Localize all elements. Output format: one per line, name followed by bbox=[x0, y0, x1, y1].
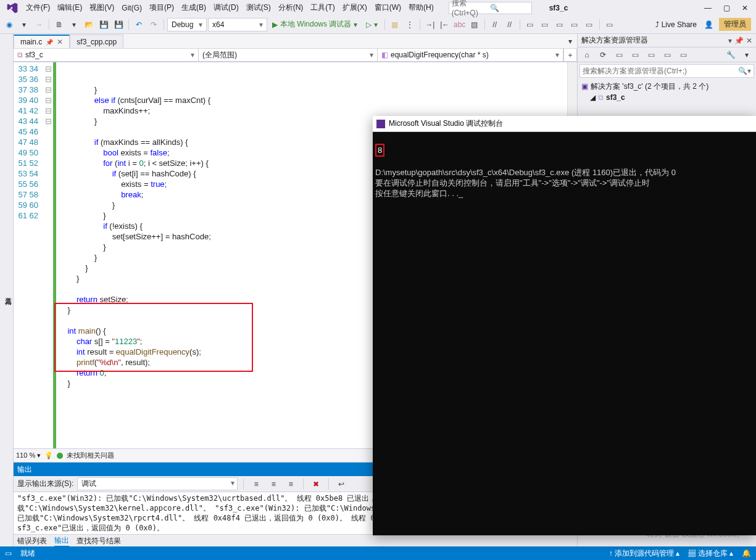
liveshare-button[interactable]: ⤴ Live Share bbox=[652, 20, 700, 29]
bookmark-icon[interactable]: ▤ bbox=[468, 18, 481, 31]
se-tree[interactable]: ▣解决方案 'sf3_c' (2 个项目，共 2 个) ◢⧉sf3_c bbox=[578, 80, 756, 104]
se-dropdown-icon[interactable]: ▾ bbox=[728, 36, 732, 45]
tab-dropdown-icon[interactable]: ▾ bbox=[563, 35, 577, 48]
menu-tools[interactable]: 工具(T) bbox=[307, 1, 338, 14]
menu-window[interactable]: 窗口(W) bbox=[371, 1, 405, 14]
tab-output[interactable]: 输出 bbox=[54, 535, 69, 547]
save-button[interactable]: 💾 bbox=[97, 18, 110, 31]
menu-git[interactable]: Git(G) bbox=[118, 2, 146, 14]
nav-scope-label: sf3_c bbox=[25, 51, 43, 59]
status-src-control[interactable]: ↑ 添加到源代码管理 ▴ bbox=[609, 548, 680, 559]
out-btn-2[interactable]: ≡ bbox=[267, 477, 280, 491]
menu-view[interactable]: 视图(V) bbox=[86, 1, 118, 14]
maximize-button[interactable]: ▢ bbox=[718, 2, 735, 14]
tab-main-c[interactable]: main.c 📌 ✕ bbox=[14, 35, 70, 48]
out-btn-1[interactable]: ≡ bbox=[249, 477, 263, 491]
menu-edit[interactable]: 编辑(E) bbox=[54, 1, 86, 14]
se-project-node[interactable]: ◢⧉sf3_c bbox=[581, 92, 752, 103]
menu-build[interactable]: 生成(B) bbox=[178, 1, 210, 14]
expand-icon[interactable]: ◢ bbox=[590, 92, 596, 103]
tab-errorlist[interactable]: 错误列表 bbox=[17, 536, 47, 546]
fold-margin[interactable]: ⊟ ⊟ ⊟ ⊟ ⊟ ⊟ bbox=[43, 62, 53, 448]
menu-debug[interactable]: 调试(D) bbox=[210, 1, 243, 14]
nav-member[interactable]: ◧equalDigitFrequency(char * s)▾ bbox=[378, 49, 563, 62]
close-button[interactable]: ✕ bbox=[736, 2, 754, 14]
tb-icon-2[interactable]: ⋮ bbox=[403, 18, 417, 31]
new-file-dd[interactable]: ▾ bbox=[67, 18, 81, 31]
nav-region[interactable]: (全局范围)▾ bbox=[199, 49, 378, 62]
tb-icon-1[interactable]: ▦ bbox=[388, 18, 402, 31]
nav-region-label: (全局范围) bbox=[202, 50, 237, 60]
uncomment-icon[interactable]: // bbox=[503, 18, 517, 31]
nav-fwd-button[interactable]: → bbox=[32, 18, 46, 31]
tab-label: sf3_cpp.cpp bbox=[77, 38, 117, 46]
run-noDebug-button[interactable]: ▷ ▾ bbox=[362, 20, 381, 29]
minimize-button[interactable]: — bbox=[699, 2, 717, 14]
menu-help[interactable]: 帮助(H) bbox=[405, 1, 438, 14]
menu-test[interactable]: 测试(S) bbox=[243, 1, 275, 14]
se-tool-7[interactable]: ▭ bbox=[676, 48, 690, 62]
tb-icon-c[interactable]: ▭ bbox=[553, 18, 567, 31]
abc-icon[interactable]: abc bbox=[453, 18, 467, 31]
se-sync-icon[interactable]: ⟳ bbox=[596, 48, 610, 62]
account-icon[interactable]: 👤 bbox=[702, 18, 715, 31]
menu-file[interactable]: 文件(F) bbox=[22, 1, 54, 14]
debug-console-window[interactable]: Microsoft Visual Studio 调试控制台 8 D:\myset… bbox=[373, 116, 756, 535]
redo-button[interactable]: ↷ bbox=[147, 18, 160, 31]
undo-button[interactable]: ↶ bbox=[132, 18, 146, 31]
out-wrap-icon[interactable]: ↩ bbox=[334, 477, 348, 491]
lightbulb-icon[interactable]: 💡 bbox=[44, 451, 53, 459]
open-button[interactable]: 📂 bbox=[82, 18, 96, 31]
menu-extensions[interactable]: 扩展(X) bbox=[339, 1, 371, 14]
indent-out-icon[interactable]: |← bbox=[438, 18, 452, 31]
indent-in-icon[interactable]: →| bbox=[423, 18, 437, 31]
menu-project[interactable]: 项目(P) bbox=[146, 1, 178, 14]
new-file-button[interactable]: 🗎 bbox=[52, 18, 66, 31]
tb-icon-a[interactable]: ▭ bbox=[523, 18, 537, 31]
search-input[interactable]: 搜索 (Ctrl+Q) 🔍 bbox=[449, 2, 532, 14]
output-source-combo[interactable]: 调试 bbox=[77, 477, 238, 490]
se-tool-3[interactable]: ▭ bbox=[612, 48, 626, 62]
tb-icon-b[interactable]: ▭ bbox=[538, 18, 552, 31]
bottom-tabs: 错误列表 输出 查找符号结果 bbox=[14, 534, 577, 548]
platform-combo[interactable]: x64▾ bbox=[208, 18, 267, 31]
nav-plus-button[interactable]: ＋ bbox=[563, 49, 577, 62]
toolbox-strip[interactable]: 工具箱 bbox=[0, 34, 14, 548]
se-home-icon[interactable]: ⌂ bbox=[580, 48, 594, 62]
se-wrench-icon[interactable]: 🔧 bbox=[724, 48, 737, 62]
run-button[interactable]: ▶ 本地 Windows 调试器 ▾ bbox=[268, 19, 361, 30]
nav-member-label: equalDigitFrequency(char * s) bbox=[391, 51, 489, 59]
tab-findsymbol[interactable]: 查找符号结果 bbox=[77, 536, 121, 546]
zoom-combo[interactable]: 110 % ▾ bbox=[16, 451, 41, 459]
se-close-icon[interactable]: ✕ bbox=[746, 36, 752, 45]
save-all-button[interactable]: 💾 bbox=[112, 18, 125, 31]
console-body[interactable]: 8 D:\mysetup\gopath\src\dsy\sf3_c\x64\De… bbox=[373, 132, 756, 210]
out-btn-3[interactable]: ≡ bbox=[284, 477, 297, 491]
status-bell-icon[interactable]: 🔔 bbox=[742, 549, 751, 558]
console-titlebar[interactable]: Microsoft Visual Studio 调试控制台 bbox=[373, 116, 756, 132]
tb-icon-e[interactable]: ▭ bbox=[583, 18, 596, 31]
comment-icon[interactable]: // bbox=[488, 18, 502, 31]
admin-badge: 管理员 bbox=[719, 18, 751, 31]
se-tool-6[interactable]: ▭ bbox=[660, 48, 674, 62]
close-tab-icon[interactable]: ✕ bbox=[57, 38, 63, 46]
tb-icon-d[interactable]: ▭ bbox=[568, 18, 581, 31]
tab-sf3-cpp[interactable]: sf3_cpp.cpp bbox=[70, 35, 123, 48]
status-repo[interactable]: ▦ 选择仓库 ▴ bbox=[688, 548, 733, 559]
liveshare-label: Live Share bbox=[662, 20, 697, 29]
se-tool-4[interactable]: ▭ bbox=[628, 48, 642, 62]
pin-icon[interactable]: 📌 bbox=[46, 39, 53, 46]
se-pin-icon[interactable]: 📌 bbox=[734, 36, 744, 45]
menu-analyze[interactable]: 分析(N) bbox=[275, 1, 307, 14]
se-dd-icon[interactable]: ▾ bbox=[740, 48, 754, 62]
nav-back-button[interactable]: ◉ bbox=[2, 18, 16, 31]
out-clear-icon[interactable]: ✖ bbox=[309, 477, 323, 491]
se-search-input[interactable]: 搜索解决方案资源管理器(Ctrl+;) 🔍▾ bbox=[579, 64, 754, 78]
tb-icon-f[interactable]: ▭ bbox=[603, 18, 617, 31]
nav-back-dd[interactable]: ▾ bbox=[17, 18, 31, 31]
nav-scope[interactable]: ⧉sf3_c▾ bbox=[14, 49, 199, 62]
config-combo[interactable]: Debug▾ bbox=[167, 18, 207, 31]
se-tool-5[interactable]: ▭ bbox=[644, 48, 658, 62]
se-solution-node[interactable]: ▣解决方案 'sf3_c' (2 个项目，共 2 个) bbox=[581, 81, 752, 92]
search-placeholder: 搜索 (Ctrl+Q) bbox=[452, 0, 491, 17]
